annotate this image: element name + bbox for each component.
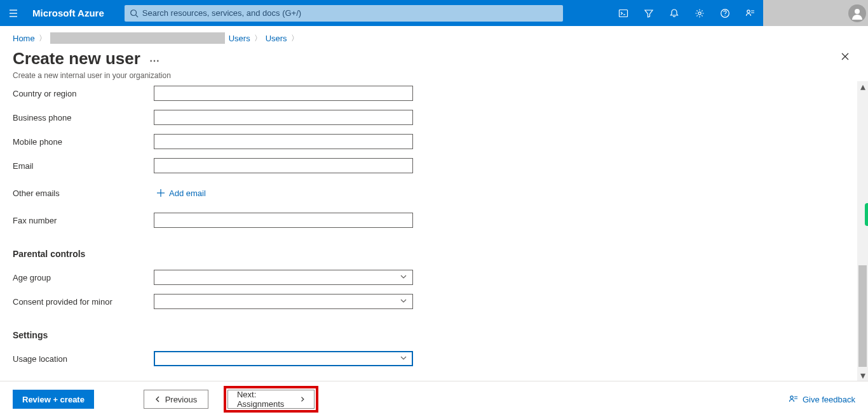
highlight-annotation: Next: Assignments [224, 386, 318, 413]
gear-icon [695, 8, 705, 18]
close-icon [840, 51, 850, 62]
svg-point-8 [698, 11, 701, 14]
label-usage-location: Usage location [13, 354, 154, 364]
chevron-down-icon [400, 273, 407, 281]
bell-icon [669, 8, 679, 18]
cloud-shell-button[interactable] [611, 0, 636, 26]
help-icon [720, 8, 730, 18]
fax-input[interactable] [154, 213, 413, 228]
chevron-down-icon [400, 297, 407, 305]
mobile-phone-input[interactable] [154, 134, 413, 149]
previous-label: Previous [165, 395, 198, 404]
business-phone-input[interactable] [154, 110, 413, 125]
hamburger-icon [8, 8, 18, 18]
svg-point-3 [131, 10, 137, 15]
hamburger-menu-button[interactable] [0, 0, 26, 26]
feedback-button[interactable] [738, 0, 763, 26]
side-tab-indicator[interactable] [865, 203, 868, 226]
chevron-right-icon: 〉 [39, 33, 46, 44]
crumb-users-2[interactable]: Users [266, 34, 287, 43]
bottom-action-bar: Review + create Previous Next: Assignmen… [0, 381, 868, 417]
page-title: Create new user [13, 49, 140, 69]
svg-point-10 [724, 15, 725, 15]
svg-point-17 [790, 396, 793, 399]
account-button[interactable] [763, 0, 868, 26]
directories-button[interactable] [636, 0, 661, 26]
notifications-button[interactable] [661, 0, 687, 26]
next-label: Next: Assignments [237, 390, 295, 409]
svg-line-4 [135, 15, 138, 17]
email-input[interactable] [154, 158, 413, 173]
brand-label[interactable]: Microsoft Azure [26, 8, 118, 18]
avatar-icon [851, 7, 864, 20]
close-button[interactable] [840, 51, 853, 64]
filter-icon [644, 8, 654, 18]
label-email: Email [13, 161, 154, 171]
cloud-shell-icon [618, 8, 628, 18]
top-bar: Microsoft Azure [0, 0, 868, 26]
label-fax: Fax number [13, 216, 154, 225]
feedback-person-icon [789, 394, 799, 404]
more-actions-button[interactable]: ⋯ [149, 55, 161, 67]
form-area: Country or region Business phone Mobile … [0, 81, 868, 381]
usage-location-select[interactable] [154, 351, 413, 366]
next-assignments-button[interactable]: Next: Assignments [227, 390, 315, 409]
global-search[interactable] [125, 5, 563, 22]
chevron-right-icon [299, 396, 305, 402]
scroll-thumb[interactable] [858, 265, 867, 367]
previous-button[interactable]: Previous [144, 390, 208, 409]
label-mobile-phone: Mobile phone [13, 137, 154, 147]
avatar [848, 4, 866, 22]
label-country: Country or region [13, 89, 154, 98]
scroll-up-arrow-icon[interactable]: ▴ [857, 81, 868, 92]
label-other-emails: Other emails [13, 189, 154, 198]
label-business-phone: Business phone [13, 113, 154, 122]
search-input[interactable] [139, 8, 558, 18]
topbar-icon-group [611, 0, 763, 26]
page-subtitle: Create a new internal user in your organ… [13, 71, 855, 80]
svg-rect-5 [620, 10, 628, 17]
svg-marker-7 [645, 10, 653, 17]
settings-button[interactable] [687, 0, 712, 26]
help-button[interactable] [712, 0, 738, 26]
chevron-left-icon [155, 396, 161, 402]
chevron-right-icon: 〉 [291, 33, 299, 44]
section-parental-controls: Parental controls [13, 249, 855, 259]
consent-minor-select[interactable] [154, 294, 413, 309]
scroll-down-arrow-icon[interactable]: ▾ [857, 370, 868, 381]
crumb-users-1[interactable]: Users [229, 34, 250, 43]
feedback-label: Give feedback [803, 395, 855, 404]
breadcrumb: Home 〉 Users 〉 Users 〉 [0, 29, 868, 48]
plus-icon [156, 189, 165, 197]
svg-point-11 [747, 10, 750, 12]
label-age-group: Age group [13, 273, 154, 282]
search-icon [130, 9, 139, 18]
crumb-tenant-redacted[interactable] [50, 32, 225, 44]
page-header: Create new user ⋯ Create a new internal … [0, 48, 868, 85]
section-settings: Settings [13, 330, 855, 340]
chevron-right-icon: 〉 [254, 33, 262, 44]
review-create-button[interactable]: Review + create [13, 390, 94, 409]
give-feedback-link[interactable]: Give feedback [789, 394, 855, 404]
crumb-home[interactable]: Home [13, 34, 35, 43]
vertical-scrollbar[interactable]: ▴ ▾ [857, 81, 868, 381]
label-consent-minor: Consent provided for minor [13, 297, 154, 307]
age-group-select[interactable] [154, 270, 413, 285]
country-input[interactable] [154, 86, 413, 101]
feedback-icon [745, 8, 756, 18]
add-email-button[interactable]: Add email [156, 185, 206, 201]
chevron-down-icon [400, 354, 407, 362]
add-email-label: Add email [169, 189, 206, 198]
svg-point-12 [855, 9, 860, 14]
